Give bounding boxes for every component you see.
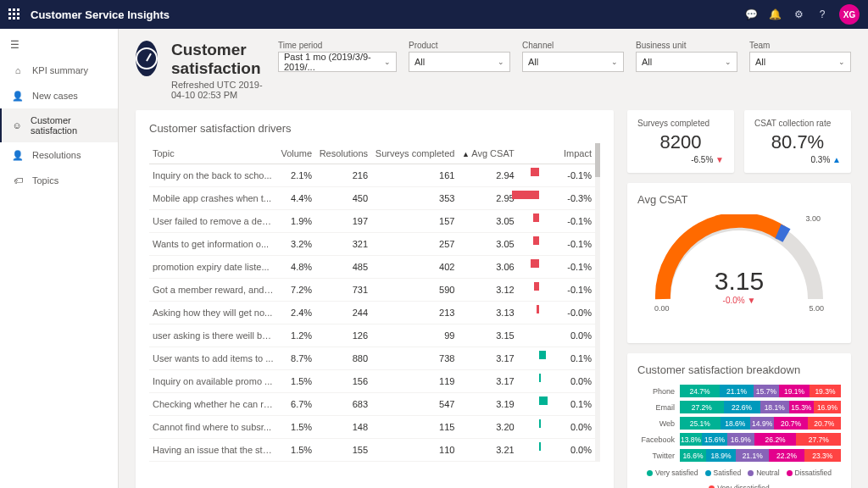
col-impact-val[interactable]: Impact [560,143,595,164]
table-row[interactable]: Cannot find where to subsr...1.5%1481153… [149,416,595,439]
sidebar-item-customer-satisfaction[interactable]: ☺Customer satisfaction [0,108,118,142]
table-row[interactable]: promotion expiry date liste...4.8%485402… [149,256,595,279]
breakdown-row-label: Web [637,419,680,428]
col-volume[interactable]: Volume [277,143,315,164]
hamburger-icon[interactable]: ☰ [0,32,118,58]
table-row[interactable]: Wants to get information o...3.2%3212573… [149,233,595,256]
drivers-table: Topic Volume Resolutions Surveys complet… [149,143,595,462]
breakdown-segment[interactable]: 20.7% [808,417,841,430]
kpi-rate-value: 80.7% [754,131,841,153]
chevron-down-icon: ⌄ [384,58,391,66]
table-row[interactable]: Asking how they will get no...2.4%244213… [149,302,595,324]
table-row[interactable]: Having an issue that the sto...1.5%15511… [149,439,595,462]
sidebar-item-resolutions[interactable]: 👤Resolutions [0,142,118,168]
gauge-min: 0.00 [654,304,670,313]
breakdown-row-label: Facebook [637,435,680,444]
breakdown-segment[interactable]: 14.9% [750,417,774,430]
help-icon[interactable]: ? [810,3,834,26]
breakdown-segment[interactable]: 13.8% [680,433,702,446]
kpi-rate-label: CSAT collection rate [754,119,841,128]
legend-dot [748,470,754,476]
avatar[interactable]: XG [839,4,860,25]
app-launcher-icon[interactable] [8,8,20,20]
table-row[interactable]: Checking whether he can re...6.7%6835473… [149,393,595,416]
gauge-max: 5.00 [809,304,824,313]
filter-channel-select[interactable]: All⌄ [522,52,624,72]
breakdown-segment[interactable]: 25.1% [680,417,721,430]
chat-icon[interactable]: 💬 [739,3,763,26]
breakdown-segment[interactable]: 19.1% [779,385,810,397]
bell-icon[interactable]: 🔔 [763,3,787,26]
filter-team-label: Team [749,41,851,50]
breakdown-segment[interactable]: 16.9% [814,401,841,413]
col-impact[interactable] [518,143,560,164]
breakdown-row: Phone24.7%21.1%15.7%19.1%19.3% [637,385,841,397]
breakdown-segment[interactable]: 15.3% [789,401,814,413]
breakdown-segment[interactable]: 19.3% [810,385,841,397]
breakdown-segment[interactable]: 21.1% [736,449,769,462]
breakdown-segment[interactable]: 15.7% [754,385,779,397]
legend-item[interactable]: Very satisfied [647,469,698,477]
filter-time-label: Time period [278,41,397,50]
refreshed-timestamp: Refreshed UTC 2019-04-10 02:53 PM [171,80,264,100]
home-icon: ⌂ [12,64,24,76]
breakdown-segment[interactable]: 24.7% [680,385,720,397]
breakdown-segment[interactable]: 16.6% [680,449,706,462]
person-icon: 👤 [12,90,24,102]
legend-item[interactable]: Dissatisfied [787,469,832,477]
filter-team-select[interactable]: All⌄ [749,52,851,72]
breakdown-segment[interactable]: 27.2% [680,401,724,413]
legend-dot [709,485,715,489]
sidebar-item-label: New cases [32,91,78,101]
breakdown-row-label: Phone [637,387,680,396]
table-row[interactable]: User failed to remove a deb...1.9%197157… [149,210,595,233]
sidebar: ☰ ⌂KPI summary👤New cases☺Customer satisf… [0,29,119,488]
breakdown-segment[interactable]: 22.6% [724,401,760,413]
filter-product-label: Product [409,41,510,50]
table-row[interactable]: User wants to add items to ...8.7%880738… [149,347,595,370]
breakdown-segment[interactable]: 21.1% [720,385,754,397]
table-row[interactable]: Inquiry on available promo ...1.5%156119… [149,370,595,393]
table-row[interactable]: Got a member reward, and ...7.2%7315903.… [149,279,595,302]
gear-icon[interactable]: ⚙ [787,3,810,26]
breakdown-segment[interactable]: 27.7% [796,433,841,446]
table-row[interactable]: Mobile app crashes when t...4.4%4503532.… [149,187,595,210]
breakdown-segment[interactable]: 23.3% [804,449,841,462]
col-csat[interactable]: ▲ Avg CSAT [458,143,517,164]
table-row[interactable]: Inquiry on the back to scho...2.1%216161… [149,164,595,187]
kpi-surveys-delta: -6.5% ▼ [637,155,724,164]
sidebar-item-topics[interactable]: 🏷Topics [0,168,118,193]
breakdown-segment[interactable]: 15.6% [702,433,727,446]
breakdown-segment[interactable]: 16.9% [727,433,754,446]
table-scrollbar[interactable] [595,143,600,462]
page-title: Customer satisfaction [171,41,264,78]
avg-csat-card: Avg CSAT 3.00 3.15 -0.0% ▼ [627,183,851,343]
legend-item[interactable]: Satisfied [705,469,742,477]
legend-item[interactable]: Very dissatisfied [709,484,769,488]
breakdown-segment[interactable]: 26.2% [754,433,797,446]
breakdown-segment[interactable]: 18.6% [721,417,750,430]
legend-item[interactable]: Neutral [748,469,779,477]
col-surveys[interactable]: Surveys completed [371,143,458,164]
sidebar-item-label: Resolutions [32,150,81,160]
breakdown-segment[interactable]: 18.9% [706,449,736,462]
breakdown-row: Twitter16.6%18.9%21.1%22.2%23.3% [637,449,841,462]
col-resolutions[interactable]: Resolutions [315,143,371,164]
breakdown-segment[interactable]: 22.2% [769,449,804,462]
filter-bu-select[interactable]: All⌄ [636,52,737,72]
sidebar-item-label: Topics [32,175,58,186]
breakdown-segment[interactable]: 18.1% [760,401,789,413]
table-row[interactable]: user asking is there weill be...1.2%1269… [149,324,595,347]
drivers-card: Customer satisfaction drivers Topic Volu… [136,110,614,488]
legend-dot [787,470,793,476]
app-title: Customer Service Insights [31,8,170,21]
sidebar-item-kpi-summary[interactable]: ⌂KPI summary [0,58,118,83]
gauge-marker-label: 3.00 [805,214,821,223]
filter-channel-label: Channel [522,41,624,50]
sidebar-item-new-cases[interactable]: 👤New cases [0,83,118,108]
filter-product-select[interactable]: All⌄ [409,52,510,72]
breakdown-segment[interactable]: 20.7% [774,417,807,430]
col-topic[interactable]: Topic [149,143,277,164]
filter-time-select[interactable]: Past 1 mo (2019/3/9-2019/...⌄ [278,52,397,72]
legend-dot [647,470,653,476]
